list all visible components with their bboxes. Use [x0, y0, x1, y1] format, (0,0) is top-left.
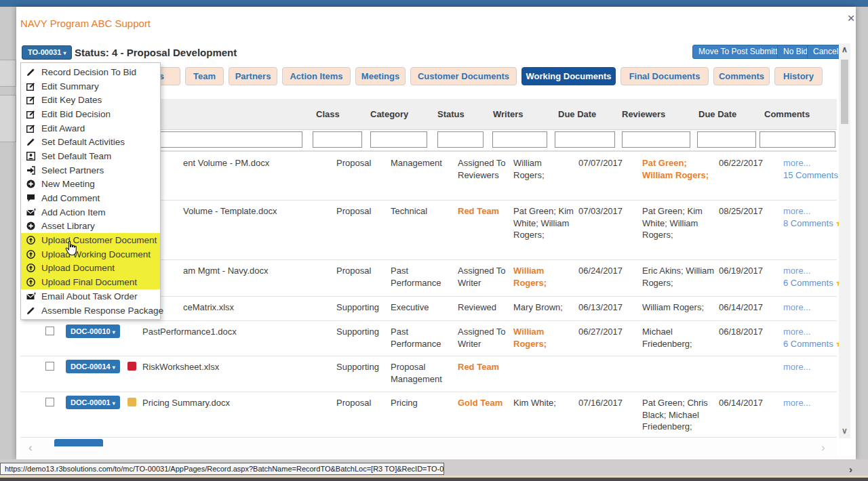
menu-item-label: Edit Bid Decision: [41, 109, 111, 119]
tab-meetings[interactable]: Meetings: [355, 67, 406, 85]
doc-id-dropdown-button[interactable]: DOC-00001 ▾: [66, 396, 120, 409]
filter-input-1[interactable]: [313, 131, 362, 148]
doc-id-button-partial[interactable]: [54, 439, 103, 446]
row-checkbox[interactable]: [45, 327, 54, 335]
cell-class: Proposal: [336, 260, 392, 277]
tab-team[interactable]: Team: [185, 67, 224, 85]
caret-down-icon: ▾: [113, 329, 115, 335]
more-link[interactable]: more...: [783, 327, 810, 337]
document-name[interactable]: Volume - Template.docx: [183, 201, 308, 217]
menu-item-add-comment[interactable]: Add Comment: [21, 191, 160, 205]
filter-input-8[interactable]: [760, 131, 835, 148]
row-checkbox[interactable]: [45, 362, 54, 371]
filter-input-3[interactable]: [437, 131, 484, 148]
menu-item-upload-working-document[interactable]: Upload Working Document: [21, 247, 160, 262]
menu-item-set-default-activities[interactable]: Set Default Activities: [21, 135, 160, 149]
more-link[interactable]: more...: [783, 398, 810, 408]
tab-history[interactable]: History: [774, 67, 823, 85]
envelope-star-icon: [26, 292, 36, 301]
document-name[interactable]: ceMatrix.xlsx: [183, 297, 308, 314]
more-link[interactable]: more...: [783, 302, 810, 312]
column-header-due-date-6[interactable]: Due Date: [698, 109, 736, 119]
document-name[interactable]: RiskWorksheet.xlsx: [142, 356, 308, 373]
menu-item-record-decision-to-bid[interactable]: Record Decision To Bid: [21, 65, 160, 79]
menu-item-new-meeting[interactable]: New Meeting: [21, 177, 160, 192]
menu-item-assemble-response-package[interactable]: Assemble Response Package: [21, 304, 160, 318]
menu-item-edit-award[interactable]: Edit Award: [21, 121, 160, 135]
column-header-writers-3[interactable]: Writers: [493, 109, 524, 119]
scroll-left-icon[interactable]: ‹: [28, 441, 33, 455]
scroll-down-icon[interactable]: ∨: [840, 426, 850, 436]
cell-reviewers: Pat Green; Chris Black; Michael Friedenb…: [642, 392, 715, 433]
move-to-post-submittal-button[interactable]: Move To Post Submittal: [692, 45, 790, 59]
tab-final-documents[interactable]: Final Documents: [620, 67, 709, 85]
menu-item-upload-document[interactable]: Upload Document: [21, 262, 160, 276]
upload-circle-icon: [26, 278, 36, 287]
more-link[interactable]: more...: [783, 158, 810, 168]
row-checkbox[interactable]: [45, 398, 54, 406]
document-name[interactable]: PastPerformance1.docx: [142, 321, 308, 338]
scrollbar-thumb[interactable]: [841, 60, 848, 124]
menu-item-label: Upload Customer Document: [41, 235, 157, 245]
comments-link[interactable]: 8 Comments: [783, 218, 833, 228]
menu-item-edit-key-dates[interactable]: Edit Key Dates: [21, 93, 160, 107]
more-link[interactable]: more...: [783, 266, 810, 276]
menu-item-edit-summary[interactable]: Edit Summary: [21, 79, 160, 93]
hscroll-right-icon[interactable]: ›: [849, 463, 852, 475]
column-header-reviewers-5[interactable]: Reviewers: [622, 109, 665, 119]
menu-item-upload-final-document[interactable]: Upload Final Document: [21, 275, 160, 289]
comments-link[interactable]: 6 Comments: [783, 339, 833, 349]
filter-input-5[interactable]: [555, 131, 615, 148]
cell-due-date: 06/19/2017: [719, 260, 781, 277]
filter-input-7[interactable]: [697, 131, 756, 148]
filter-input-2[interactable]: [370, 131, 427, 148]
menu-item-label: Upload Working Document: [41, 249, 151, 259]
tab-working-documents[interactable]: Working Documents: [521, 67, 616, 85]
upload-circle-icon: [26, 250, 36, 259]
filter-input-6[interactable]: [622, 131, 690, 148]
menu-item-set-default-team[interactable]: Set Default Team: [21, 149, 160, 163]
scroll-up-icon[interactable]: ∧: [840, 45, 850, 54]
filter-input-4[interactable]: [492, 131, 547, 148]
scroll-right-icon[interactable]: ›: [821, 441, 825, 455]
more-link[interactable]: more...: [783, 362, 810, 372]
menu-item-select-partners[interactable]: Select Partners: [21, 163, 160, 177]
column-header-comments-7[interactable]: Comments: [764, 109, 810, 119]
cell-category: Management: [391, 152, 453, 169]
column-header-category-1[interactable]: Category: [370, 109, 408, 119]
doc-id-dropdown-button[interactable]: DOC-00014 ▾: [66, 360, 120, 373]
cell-class: Proposal: [336, 152, 392, 169]
document-name[interactable]: ent Volume - PM.docx: [183, 152, 308, 169]
comments-link[interactable]: 6 Comments: [783, 278, 833, 288]
close-icon[interactable]: ×: [844, 11, 858, 26]
menu-item-email-about-task-order[interactable]: Email About Task Order: [21, 289, 160, 304]
cell-due-date: 06/13/2017: [578, 297, 641, 314]
more-link[interactable]: more...: [783, 206, 810, 216]
comments-link[interactable]: 15 Comments: [783, 170, 838, 180]
table-row: DOC-00014 ▾RiskWorksheet.xlsxSupportingP…: [20, 356, 837, 392]
menu-item-upload-customer-document[interactable]: Upload Customer Document: [21, 233, 160, 247]
doc-id-dropdown-button[interactable]: DOC-00010 ▾: [66, 325, 120, 338]
column-header-due-date-4[interactable]: Due Date: [558, 109, 596, 119]
tab-comments[interactable]: Comments: [713, 67, 770, 85]
document-name[interactable]: am Mgmt - Navy.docx: [183, 260, 308, 277]
menu-item-add-action-item[interactable]: Add Action Item: [21, 205, 160, 219]
column-header-status-2[interactable]: Status: [437, 109, 465, 119]
doc-id-label: DOC-00001: [71, 398, 111, 406]
document-name[interactable]: Pricing Summary.docx: [142, 392, 308, 409]
cell-writers: William Rogers;: [513, 152, 574, 181]
cell-status: Reviewed: [458, 297, 511, 314]
menu-item-edit-bid-decision[interactable]: Edit Bid Decision: [21, 107, 160, 121]
cell-due-date: 06/14/2017: [719, 392, 781, 409]
record-id-dropdown-button[interactable]: TO-00031 ▾: [22, 45, 72, 60]
cell-due-date: 06/24/2017: [578, 260, 641, 277]
menu-item-asset-library[interactable]: Asset Library: [21, 219, 160, 234]
cell-class: Proposal: [336, 392, 392, 409]
cell-reviewers: William Rogers;: [642, 297, 715, 314]
tab-action-items[interactable]: Action Items: [282, 67, 351, 85]
tab-customer-documents[interactable]: Customer Documents: [410, 67, 517, 85]
cell-due-date: 06/14/2017: [719, 297, 781, 314]
screen: × NAVY Program ABC Support TO-00031 ▾ St…: [0, 0, 868, 481]
tab-partners[interactable]: Partners: [229, 67, 277, 85]
column-header-class-0[interactable]: Class: [316, 109, 340, 119]
